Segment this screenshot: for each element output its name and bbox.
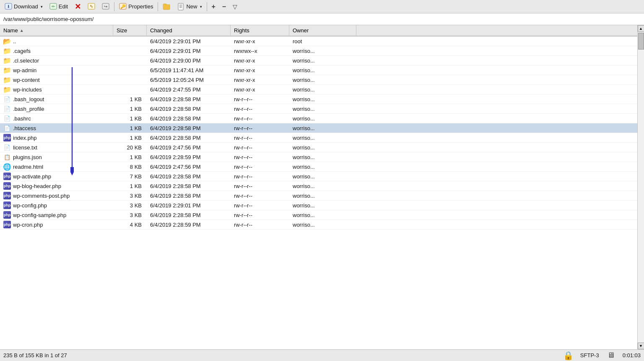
file-rights-cell: rw-r--r-- <box>231 152 289 162</box>
php-icon: php <box>3 192 11 199</box>
file-name-cell: php wp-comments-post.php <box>0 191 113 200</box>
table-row[interactable]: php wp-cron.php 4 KB 6/4/2019 2:28:59 PM… <box>0 220 637 230</box>
filter-button[interactable]: ▽ <box>230 2 240 12</box>
table-row[interactable]: 📁 wp-includes 6/4/2019 2:47:55 PM rwxr-x… <box>0 85 637 94</box>
file-name-cell: 📁 wp-content <box>0 75 113 84</box>
table-row[interactable]: php wp-config-sample.php 3 KB 6/4/2019 2… <box>0 210 637 220</box>
table-row[interactable]: 📁 wp-admin 6/5/2019 11:47:41 AM rwxr-xr-… <box>0 65 637 75</box>
file-changed: 6/5/2019 11:47:41 AM <box>150 67 203 73</box>
download-dropdown-arrow: ▾ <box>41 5 43 9</box>
download-icon: ⬇ <box>5 3 12 10</box>
time-display: 0:01:03 <box>623 352 641 358</box>
table-row[interactable]: 📄 license.txt 20 KB 6/4/2019 2:47:56 PM … <box>0 143 637 152</box>
file-rights-cell: rwxr-xr-x <box>231 37 289 46</box>
file-changed-cell: 6/4/2019 2:29:01 PM <box>147 37 231 46</box>
file-name-cell: 📁 wp-admin <box>0 65 113 75</box>
file-owner: worriso... <box>293 115 315 122</box>
table-row[interactable]: 📁 wp-content 6/5/2019 12:05:24 PM rwxr-x… <box>0 75 637 85</box>
file-size: 1 KB <box>130 96 142 102</box>
delete-button[interactable]: ✕ <box>72 2 84 12</box>
file-name-cell: 📁 .cagefs <box>0 46 113 55</box>
file-name-cell: 📄 license.txt <box>0 143 113 152</box>
file-name: wp-content <box>13 77 40 83</box>
table-row[interactable]: 📁 .cl.selector 6/4/2019 2:29:00 PM rwxr-… <box>0 56 637 65</box>
file-name: wp-activate.php <box>13 173 51 180</box>
folder-up-icon: 📂 <box>3 37 11 45</box>
table-row[interactable]: 🌐 readme.html 8 KB 6/4/2019 2:47:56 PM r… <box>0 162 637 172</box>
file-name-cell: 📄 .bash_logout <box>0 94 113 104</box>
file-rights: rwxr-xr-x <box>234 58 255 64</box>
scrollbar-thumb[interactable] <box>638 33 644 50</box>
file-owner-cell: worriso... <box>289 201 356 210</box>
file-name-cell: 📁 wp-includes <box>0 85 113 94</box>
file-size-cell: 1 KB <box>113 94 147 104</box>
file-owner-cell: worriso... <box>289 210 356 220</box>
file-name: wp-includes <box>13 86 42 93</box>
delete-icon: ✕ <box>75 2 81 11</box>
new-icon <box>177 3 184 10</box>
file-name: .htaccess <box>13 125 36 131</box>
new-button[interactable]: New ▾ <box>174 1 205 12</box>
properties-button[interactable]: 🔑 Properties <box>116 1 156 12</box>
table-row[interactable]: 📄 .bash_logout 1 KB 6/4/2019 2:28:58 PM … <box>0 94 637 104</box>
scrollbar-up-button[interactable]: ▲ <box>638 25 644 32</box>
file-changed: 6/4/2019 2:29:00 PM <box>150 58 201 64</box>
scrollbar-down-button[interactable]: ▼ <box>638 343 644 349</box>
file-changed-cell: 6/5/2019 12:05:24 PM <box>147 75 231 84</box>
add-button[interactable]: + <box>209 3 218 11</box>
file-owner: worriso... <box>293 222 315 228</box>
minus-button[interactable]: − <box>219 3 229 11</box>
table-row[interactable]: 📋 plugins.json 1 KB 6/4/2019 2:28:59 PM … <box>0 152 637 162</box>
file-rights: rw-r--r-- <box>234 193 252 199</box>
col-header-changed[interactable]: Changed <box>147 25 231 36</box>
file-size-cell <box>113 37 147 46</box>
file-rights-cell: rw-r--r-- <box>231 210 289 220</box>
file-name: wp-config-sample.php <box>13 212 66 218</box>
col-header-size[interactable]: Size <box>113 25 147 36</box>
file-name: plugins.json <box>13 154 42 160</box>
col-header-rights[interactable]: Rights <box>231 25 289 36</box>
rename-icon: ✎ <box>88 3 95 10</box>
file-owner-cell: worriso... <box>289 104 356 113</box>
file-changed: 6/4/2019 2:47:56 PM <box>150 144 201 151</box>
file-rights-cell: rw-r--r-- <box>231 104 289 113</box>
table-row[interactable]: php index.php 1 KB 6/4/2019 2:28:58 PM r… <box>0 133 637 143</box>
file-rights: rw-r--r-- <box>234 212 252 218</box>
file-changed-cell: 6/4/2019 2:47:55 PM <box>147 85 231 94</box>
file-changed-cell: 6/4/2019 2:28:58 PM <box>147 104 231 113</box>
file-size-cell: 4 KB <box>113 220 147 229</box>
file-rights: rwxr-xr-x <box>234 38 255 44</box>
col-header-name[interactable]: Name ▲ <box>0 25 113 36</box>
file-owner: worriso... <box>293 173 315 180</box>
table-row[interactable]: 📄 .bash_profile 1 KB 6/4/2019 2:28:58 PM… <box>0 104 637 114</box>
move-button[interactable]: ↪ <box>99 1 112 12</box>
table-row[interactable]: 📄 .htaccess 1 KB 6/4/2019 2:28:58 PM rw-… <box>0 123 637 133</box>
table-row[interactable]: php wp-activate.php 7 KB 6/4/2019 2:28:5… <box>0 172 637 181</box>
properties-icon: 🔑 <box>119 3 127 10</box>
table-row[interactable]: 📂 .. 6/4/2019 2:29:01 PM rwxr-xr-x root <box>0 37 637 46</box>
new-folder-button[interactable] <box>160 1 173 12</box>
download-button[interactable]: ⬇ Download ▾ <box>2 1 46 12</box>
col-changed-label: Changed <box>150 27 172 34</box>
file-rights: rwxr-xr-x <box>234 86 255 93</box>
file-size: 1 KB <box>130 183 142 189</box>
file-name-cell: 📂 .. <box>0 37 113 46</box>
rename-button[interactable]: ✎ <box>85 1 98 12</box>
edit-button[interactable]: ✏ Edit <box>47 1 71 12</box>
table-row[interactable]: 📁 .cagefs 6/4/2019 2:29:01 PM rwxrwx--x … <box>0 46 637 56</box>
file-size-cell: 1 KB <box>113 152 147 162</box>
table-row[interactable]: 📄 .bashrc 1 KB 6/4/2019 2:28:58 PM rw-r-… <box>0 114 637 123</box>
filter-icon: ▽ <box>233 3 237 10</box>
table-row[interactable]: php wp-blog-header.php 1 KB 6/4/2019 2:2… <box>0 181 637 191</box>
file-changed-cell: 6/4/2019 2:28:58 PM <box>147 172 231 181</box>
table-row[interactable]: php wp-config.php 3 KB 6/4/2019 2:29:01 … <box>0 201 637 210</box>
file-owner: worriso... <box>293 193 315 199</box>
download-label: Download <box>14 3 38 10</box>
file-owner-cell: worriso... <box>289 85 356 94</box>
file-rights-cell: rw-r--r-- <box>231 114 289 123</box>
file-changed: 6/4/2019 2:28:58 PM <box>150 115 201 122</box>
table-row[interactable]: php wp-comments-post.php 3 KB 6/4/2019 2… <box>0 191 637 201</box>
file-rights-cell: rwxrwx--x <box>231 46 289 55</box>
file-rights: rw-r--r-- <box>234 154 252 160</box>
col-header-owner[interactable]: Owner <box>289 25 356 36</box>
